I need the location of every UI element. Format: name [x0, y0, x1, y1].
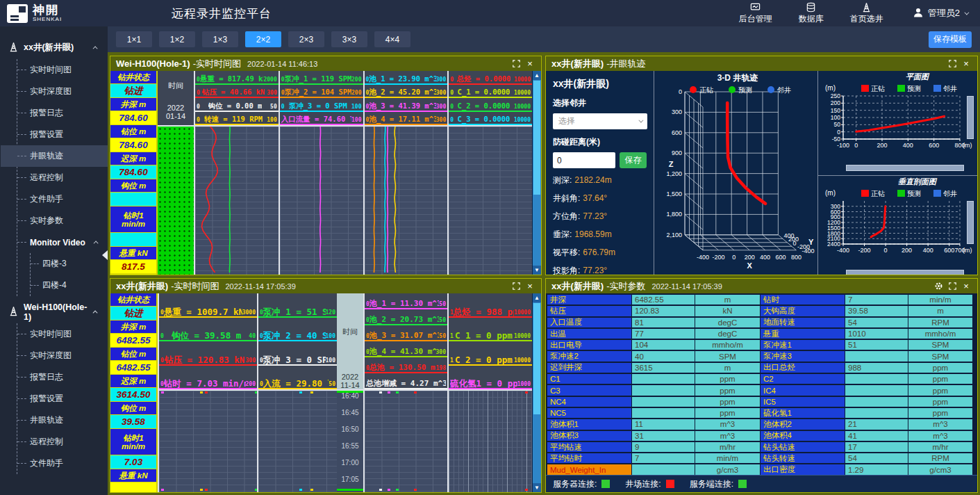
scroll-down-icon[interactable]: ▼: [533, 483, 541, 492]
panel-title-well: Wei-H100(Hole-1): [116, 58, 190, 69]
gear-icon[interactable]: [933, 281, 944, 292]
curve-header: 0池_2 = 45.20 m^3300: [365, 85, 448, 99]
vertical-scrollbar[interactable]: ▲ ▼: [532, 71, 541, 275]
save-template-button[interactable]: 保存模板: [929, 31, 972, 48]
chevron-up-icon: [93, 310, 98, 315]
sidebar-item-报警设置[interactable]: 报警设置: [17, 124, 108, 145]
reading-value: 2182.24m: [574, 175, 611, 185]
param-value-cell: 120.83: [632, 306, 695, 316]
sidebar-item-报警设置[interactable]: 报警设置: [17, 388, 108, 409]
track-grid: [363, 391, 447, 492]
panel-title-type: -井眼轨迹: [606, 58, 645, 70]
sidebar-item-实时时间图[interactable]: 实时时间图: [17, 323, 108, 345]
layout-button-2×2[interactable]: 2×2: [245, 31, 281, 47]
scroll-up-icon[interactable]: ▲: [533, 71, 541, 80]
param-value: 784.60: [110, 165, 156, 179]
parameters-body: 井深6482.55m钻时7min/m钻压120.83kN大钩高度39.58m入口…: [546, 293, 977, 492]
horizontal-slider[interactable]: [846, 270, 964, 275]
layout-button-3×3[interactable]: 3×3: [331, 31, 367, 47]
svg-text:邻井: 邻井: [943, 85, 957, 92]
curve-header: 0C_2 = 0.000010000: [449, 98, 532, 112]
scrollbar-thumb[interactable]: [533, 303, 540, 414]
sidebar-item-文件助手[interactable]: 文件助手: [17, 188, 108, 210]
nav-item-首页选井[interactable]: 首页选井: [850, 1, 883, 25]
sidebar-item-Monitor Video[interactable]: Monitor Video: [17, 232, 108, 253]
parameter-column: 钻井状态钻进井深 m784.60钻位 m784.60迟深 m784.60钩位 m…: [110, 71, 158, 275]
close-icon[interactable]: ×: [524, 281, 535, 292]
close-icon[interactable]: ×: [961, 58, 972, 70]
trajectory-info-column: xx井(新井眼) 选择邻井 选择 防碰距离(米) 保存 测深:2182.24m井…: [546, 71, 654, 275]
connection-status: 井场连接:: [625, 478, 674, 490]
anticollision-distance-input[interactable]: [553, 152, 615, 168]
svg-text:600: 600: [944, 247, 954, 254]
curve-name-value: 池_2 = 20.73 m^3: [369, 315, 440, 324]
param-value-cell: 40: [632, 351, 695, 361]
derrick-icon: [861, 1, 872, 13]
sidebar-item-文件助手[interactable]: 文件助手: [17, 453, 108, 474]
horizontal-slider[interactable]: [846, 165, 964, 171]
sidebar-item-label: 井眼轨迹: [30, 414, 63, 426]
activity-bar: [337, 391, 363, 393]
layout-button-1×3[interactable]: 1×3: [202, 31, 238, 47]
layout-button-1×2[interactable]: 1×2: [159, 31, 195, 47]
param-unit-cell: SPM: [908, 351, 972, 361]
expand-icon[interactable]: [947, 58, 958, 70]
sidebar-item-实时时间图[interactable]: 实时时间图: [17, 59, 108, 81]
svg-text:900: 900: [672, 149, 682, 156]
sidebar-item-远程控制[interactable]: 远程控制: [17, 431, 108, 453]
sidebar-item-报警日志[interactable]: 报警日志: [17, 366, 108, 388]
scroll-up-icon[interactable]: ▲: [533, 293, 541, 302]
parameters-table: 井深6482.55m钻时7min/m钻压120.83kN大钩高度39.58m入口…: [546, 293, 977, 476]
close-icon[interactable]: ×: [961, 281, 972, 292]
top-nav: 后台管理数据库首页选井: [739, 1, 883, 25]
well-group-header[interactable]: Wei-H100(Hole-1): [0, 300, 108, 323]
curve-max: 10000: [514, 116, 531, 124]
expand-icon[interactable]: [510, 58, 522, 70]
sidebar-collapse-handle[interactable]: [102, 250, 108, 260]
vertical-slider[interactable]: [967, 96, 974, 139]
vertical-slider[interactable]: [967, 201, 974, 244]
sidebar-item-四楼-3[interactable]: 四楼-3: [31, 253, 108, 275]
sidebar-item-井眼轨迹[interactable]: 井眼轨迹: [17, 145, 108, 167]
reading-label: 投影角:: [553, 266, 580, 275]
user-menu[interactable]: 管理员2: [913, 7, 967, 20]
well-group: Wei-H100(Hole-1)实时时间图实时深度图报警日志报警设置井眼轨迹远程…: [0, 300, 108, 474]
save-distance-button[interactable]: 保存: [620, 152, 647, 168]
curve-max: 10000: [514, 357, 531, 364]
curve-name-value: 池_2 = 45.20 m^3: [369, 88, 435, 97]
sidebar-item-实时参数[interactable]: 实时参数: [17, 210, 108, 232]
sub-items: 四楼-3四楼-4: [30, 253, 108, 296]
sidebar-item-井眼轨迹[interactable]: 井眼轨迹: [17, 409, 108, 431]
layout-button-1×1[interactable]: 1×1: [116, 31, 152, 47]
scrollbar-thumb[interactable]: [533, 81, 540, 195]
time-label: 时间: [342, 327, 358, 337]
sidebar-item-label: 报警设置: [30, 129, 63, 140]
sidebar-item-四楼-4[interactable]: 四楼-4: [31, 275, 108, 296]
well-group-header[interactable]: xx井(新井眼): [0, 36, 108, 59]
param-unit-cell: m/hr: [908, 442, 972, 452]
curve-max: 100: [351, 103, 361, 111]
curve-min: 0: [450, 116, 454, 124]
sidebar-item-报警日志[interactable]: 报警日志: [17, 102, 108, 124]
reading-label: 方位角:: [553, 211, 580, 221]
derrick-icon: [8, 306, 19, 318]
param-name-cell: 出口总烃: [761, 363, 845, 373]
curve-name-value: 入流 = 29.80 l/s: [263, 379, 329, 388]
user-icon: [913, 7, 924, 20]
vertical-scrollbar[interactable]: ▲ ▼: [532, 293, 541, 492]
expand-icon[interactable]: [947, 281, 958, 292]
svg-text:200: 200: [831, 99, 840, 106]
nav-item-后台管理[interactable]: 后台管理: [739, 1, 772, 25]
sidebar-item-实时深度图[interactable]: 实时深度图: [17, 81, 108, 102]
layout-button-2×3[interactable]: 2×3: [288, 31, 324, 47]
close-icon[interactable]: ×: [524, 58, 535, 70]
scroll-down-icon[interactable]: ▼: [533, 266, 541, 275]
layout-button-4×4[interactable]: 4×4: [374, 31, 410, 47]
neighbor-well-select[interactable]: 选择: [553, 113, 647, 129]
nav-item-数据库[interactable]: 数据库: [799, 1, 824, 25]
panel-title-well: xx井(新井眼): [116, 280, 168, 293]
sidebar-item-实时深度图[interactable]: 实时深度图: [17, 345, 108, 366]
sidebar-item-远程控制[interactable]: 远程控制: [17, 167, 108, 188]
shenkai-logo-icon: [7, 4, 28, 23]
expand-icon[interactable]: [510, 281, 522, 292]
